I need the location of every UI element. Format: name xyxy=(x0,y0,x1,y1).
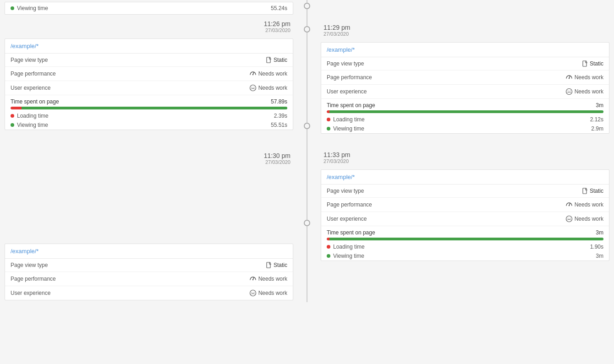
user-exp-text-r1: Needs work xyxy=(575,88,603,95)
card-right-2-time-spent-value: 3m xyxy=(596,229,603,236)
progress-green-l1 xyxy=(22,107,287,109)
card-left-1-user-exp-row: User experience Needs work xyxy=(5,81,293,95)
loading-value-r1: 2.12s xyxy=(590,116,603,123)
card-left-1-page-view-type-label: Page view type xyxy=(11,57,48,63)
viewing-label-r2: Viewing time xyxy=(333,253,364,259)
card-left-1-page-view-type-value: Static xyxy=(266,57,287,63)
card-left-1-page-perf-label: Page performance xyxy=(11,71,56,77)
page-perf-text-r2: Needs work xyxy=(575,201,603,208)
loading-value-r2: 1.90s xyxy=(590,244,603,250)
card-left-3-page-perf-row: Page performance Needs work xyxy=(5,272,293,286)
circle-node-1130 xyxy=(304,220,310,226)
card-left-1-page-perf-row: Page performance Needs work xyxy=(5,67,293,81)
card-right-1-user-exp-label: User experience xyxy=(327,88,367,95)
card-right-2-user-exp-value: Needs work xyxy=(565,215,603,223)
card-left-3: /example/* Page view type Static Page pe… xyxy=(5,244,293,300)
card-right-2-title[interactable]: /example/* xyxy=(321,170,609,185)
card-left-1-user-exp-value: Needs work xyxy=(249,84,287,92)
svg-rect-12 xyxy=(583,61,587,66)
svg-point-16 xyxy=(567,91,568,92)
user-exp-text-l3: Needs work xyxy=(258,290,287,296)
card-right-1-time-spent-label: Time spent on page xyxy=(327,102,375,109)
time-right-2: 11:33 pm xyxy=(323,151,614,158)
card-right-1-loading-row: Loading time 2.12s xyxy=(321,115,609,124)
progress-green-r1 xyxy=(329,110,603,113)
card-left-1-viewing-row: Viewing time 55.51s xyxy=(5,120,293,130)
timestamp-right-1: 11:29 pm 27/03/2020 xyxy=(316,20,614,40)
card-right-2-page-view-type-label: Page view type xyxy=(327,188,364,194)
card-right-1-time-spent-value: 3m xyxy=(596,102,603,109)
timestamp-right-2: 11:33 pm 27/03/2020 xyxy=(316,147,614,168)
svg-point-22 xyxy=(567,218,568,219)
progress-green-r2 xyxy=(329,238,603,240)
viewing-time-value: 55.24s xyxy=(271,5,287,11)
card-right-1-page-perf-value: Needs work xyxy=(565,74,603,81)
svg-rect-0 xyxy=(267,57,270,63)
progress-red-l1 xyxy=(11,107,22,109)
card-left-3-page-perf-label: Page performance xyxy=(11,276,56,282)
card-right-2-time-spent-label: Time spent on page xyxy=(327,229,375,236)
viewing-value-r1: 2.9m xyxy=(591,125,603,132)
card-left-1-time-spent-value: 57.89s xyxy=(271,98,287,105)
user-exp-text-r2: Needs work xyxy=(575,216,603,222)
card-right-2-user-exp-label: User experience xyxy=(327,216,367,222)
card-left-1: /example/* Page view type Static Page pe… xyxy=(5,38,293,130)
svg-point-8 xyxy=(252,279,253,280)
card-right-1-progress-bar xyxy=(321,110,609,115)
speed-icon-left-1 xyxy=(249,70,257,77)
loading-label-group-l1: Loading time xyxy=(11,113,49,119)
card-right-2-progress-bar xyxy=(321,238,609,242)
circle-node-top xyxy=(304,3,310,9)
svg-point-20 xyxy=(568,205,569,206)
time-left-2: 11:30 pm xyxy=(0,152,291,159)
viewing-dot-l1 xyxy=(11,123,14,127)
face-icon-right-1 xyxy=(565,88,573,95)
card-right-1-user-exp-value: Needs work xyxy=(565,88,603,95)
card-left-3-page-view-type-value: Static xyxy=(266,262,287,268)
card-left-3-title[interactable]: /example/* xyxy=(5,244,293,259)
card-right-2-page-perf-value: Needs work xyxy=(565,201,603,208)
card-left-3-user-exp-label: User experience xyxy=(11,290,50,296)
card-right-2-page-perf-label: Page performance xyxy=(327,201,372,208)
card-right-1-page-view-type-label: Page view type xyxy=(327,60,364,67)
page-perf-text-l1: Needs work xyxy=(258,71,287,77)
viewing-dot-r1 xyxy=(327,127,330,130)
card-left-1-page-perf-value: Needs work xyxy=(249,70,287,77)
user-exp-text-l1: Needs work xyxy=(258,85,287,91)
speed-icon-right-2 xyxy=(565,201,573,208)
card-left-3-user-exp-row: User experience Needs work xyxy=(5,286,293,300)
loading-dot-l1 xyxy=(11,114,14,118)
svg-rect-6 xyxy=(267,262,270,268)
card-right-2: /example/* Page view type Static Page pe… xyxy=(321,169,609,261)
card-left-3-page-view-type-row: Page view type Static xyxy=(5,259,293,272)
card-left-3-page-view-type-label: Page view type xyxy=(11,262,48,268)
loading-label-r1: Loading time xyxy=(333,116,365,123)
loading-label-l1: Loading time xyxy=(17,113,49,119)
card-right-1-title[interactable]: /example/* xyxy=(321,43,609,57)
card-right-2-viewing-row: Viewing time 3m xyxy=(321,251,609,261)
viewing-dot-r2 xyxy=(327,254,330,258)
card-right-1-viewing-row: Viewing time 2.9m xyxy=(321,124,609,133)
file-icon-right-2 xyxy=(582,188,588,194)
timeline-layout: Viewing time 55.24s 11:26 pm 27/03/2020 … xyxy=(0,0,614,302)
card-left-3-user-exp-value: Needs work xyxy=(249,289,287,297)
loading-label-r2: Loading time xyxy=(333,244,365,250)
card-right-1-page-view-type-row: Page view type Static xyxy=(321,57,609,71)
card-right-2-page-view-type-row: Page view type Static xyxy=(321,185,609,198)
card-right-1: /example/* Page view type Static Page pe… xyxy=(321,42,609,134)
center-column xyxy=(298,0,316,302)
top-viewing-time-row: Viewing time 55.24s xyxy=(5,2,293,15)
card-right-2-page-perf-row: Page performance Needs work xyxy=(321,198,609,212)
card-left-1-loading-row: Loading time 2.39s xyxy=(5,111,293,120)
card-left-1-progress-bar xyxy=(5,107,293,111)
loading-value-l1: 2.39s xyxy=(274,113,287,119)
face-icon-right-2 xyxy=(565,215,573,223)
date-left-2: 27/03/2020 xyxy=(0,159,291,165)
card-left-1-title[interactable]: /example/* xyxy=(5,39,293,54)
card-right-2-time-spent-row: Time spent on page 3m xyxy=(321,226,609,238)
viewing-label-l1: Viewing time xyxy=(17,122,48,128)
date-right-2: 27/03/2020 xyxy=(323,158,614,164)
svg-point-4 xyxy=(251,87,252,88)
viewing-time-label: Viewing time xyxy=(17,5,48,11)
progress-bg-r1 xyxy=(327,110,603,113)
